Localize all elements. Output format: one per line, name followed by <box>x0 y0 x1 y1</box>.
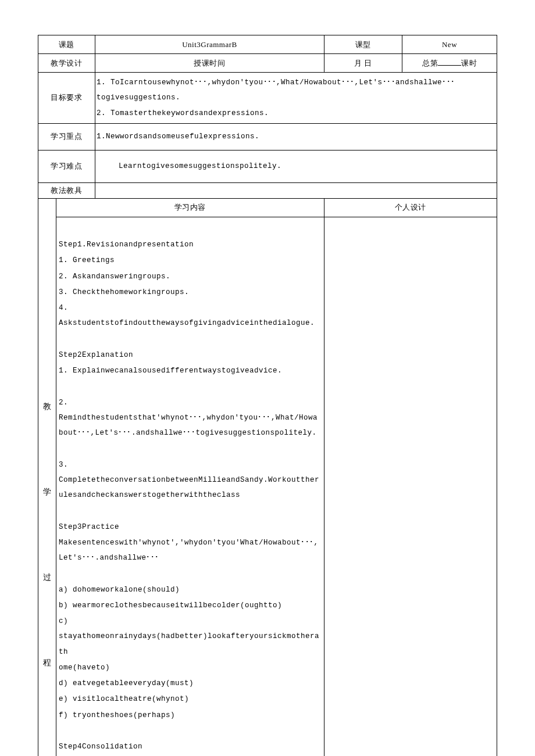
content-line <box>59 566 322 581</box>
content-line <box>59 332 322 347</box>
content-line: 3. CompletetheconversationbetweenMilliea… <box>59 457 322 503</box>
time-label: 授课时间 <box>95 54 324 73</box>
total-cell: 总第课时 <box>402 54 497 73</box>
goals-content: 1. ToIcarntousewhynot･･･,whydon'tyou･･･,… <box>95 73 497 124</box>
topic-value: Unit3GrammarB <box>95 35 324 54</box>
goals-line-2: 2. Tomasterthekeywordsandexpressions. <box>97 106 495 121</box>
topic-label: 课题 <box>38 35 95 54</box>
content-line <box>59 503 322 518</box>
tools-label: 教法教具 <box>38 182 95 198</box>
content-line: ome(haveto) <box>59 660 322 675</box>
content-line: f) tryontheshoes(perhaps) <box>59 708 322 723</box>
content-line: Step2Explanation <box>59 347 322 363</box>
blank-field <box>438 58 461 66</box>
col1-header: 学习内容 <box>56 198 324 217</box>
design-label: 教学设计 <box>38 54 95 73</box>
content-line: 2. Askandansweringroups. <box>59 269 322 284</box>
content-line: e) visitlocaltheatre(whynot) <box>59 691 322 707</box>
focus-label: 学习重点 <box>38 123 95 150</box>
content-line: Makesentenceswith'whynot','whydon'tyou'W… <box>59 535 322 566</box>
total-prefix: 总第 <box>422 59 438 67</box>
difficulty-content: Learntogivesomesuggestionspolitely. <box>95 150 497 182</box>
focus-content: 1.Newwordsandsomeusefulexpressions. <box>95 123 497 150</box>
content-line: 1. Greetings <box>59 253 322 268</box>
goals-line-1: 1. ToIcarntousewhynot･･･,whydon'tyou･･･,… <box>97 75 495 106</box>
content-line: c) stayathomeonrainydays(hadbetter)looka… <box>59 614 322 660</box>
col2-header: 个人设计 <box>324 198 497 217</box>
content-line <box>59 221 322 237</box>
type-value: New <box>402 35 497 54</box>
tools-content <box>95 182 497 198</box>
content-line <box>59 723 322 739</box>
content-line: Step3Practice <box>59 519 322 535</box>
process-content: Step1.Revisionandpresentation1. Greeting… <box>56 217 324 756</box>
content-line <box>59 441 322 456</box>
content-line: Step1.Revisionandpresentation <box>59 237 322 252</box>
process-side-label: 教学过程 <box>38 198 56 756</box>
content-line: 3. Checkthehomeworkingroups. <box>59 285 322 300</box>
goals-label: 目标要求 <box>38 73 95 124</box>
content-line: d) eatvegetableeveryday(must) <box>59 676 322 691</box>
date-value: 月 日 <box>324 54 402 73</box>
personal-design-content <box>324 217 497 756</box>
content-line <box>59 379 322 394</box>
content-line: Step4Consolidation <box>59 739 322 754</box>
content-line: b) wearmoreclothesbecauseitwillbecolder(… <box>59 598 322 613</box>
difficulty-label: 学习难点 <box>38 150 95 182</box>
total-suffix: 课时 <box>461 59 477 67</box>
content-line: 4. Askstudentstofindoutthewaysofgivingad… <box>59 300 322 331</box>
content-line: a) dohomeworkalone(should) <box>59 582 322 597</box>
content-line: 1. Explainwecanalsousedifferentwaystogiv… <box>59 363 322 378</box>
content-line: 2. Remindthestudentsthat'whynot･･･,whydo… <box>59 395 322 441</box>
type-label: 课型 <box>324 35 402 54</box>
